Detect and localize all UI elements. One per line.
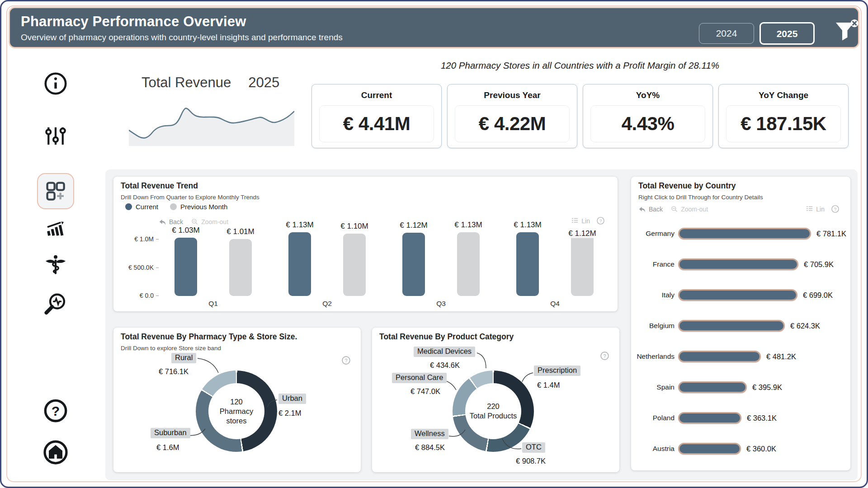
country-label: France (631, 260, 675, 268)
back-button[interactable]: Back (649, 206, 663, 213)
revenue-heading-text: Total Revenue (142, 75, 231, 90)
country-bar-germany[interactable] (678, 228, 811, 239)
svg-text:?: ? (834, 206, 837, 211)
country-subtitle: Right Click to Drill Through for Country… (638, 194, 763, 201)
country-bar-austria[interactable] (678, 443, 741, 455)
trend-bar-value: € 1.13M (453, 221, 483, 230)
country-value: € 781.1K (816, 230, 846, 238)
page-subtitle: Overview of pharmacy operations with cou… (21, 33, 343, 42)
country-help-icon: ? (831, 205, 840, 213)
caduceus-icon[interactable] (42, 252, 69, 279)
product-category-chart-card: Total Revenue By Product Category ? 220T… (372, 328, 619, 472)
country-label: Spain (631, 383, 675, 391)
summary-headline: 120 Pharmacy Stores in all Countries wit… (318, 60, 842, 71)
y-tick: € 0.0 (123, 292, 159, 299)
slice-label-personal-care: Personal Care (392, 373, 447, 383)
slice-value: € 1.6M (156, 443, 179, 452)
trend-bar-current-q4[interactable] (516, 232, 539, 296)
donutA-title: Total Revenue By Pharmacy Type & Store S… (121, 332, 297, 342)
trend-bar-previous-month-q4[interactable] (571, 233, 594, 296)
pharmacy_type_store_size-center-text: 120Pharmacystores (208, 383, 264, 439)
pharmacy-type-chart-card: Total Revenue By Pharmacy Type & Store S… (113, 328, 361, 472)
slice-value: € 716.1K (159, 367, 189, 376)
home-icon[interactable] (42, 439, 69, 466)
country-bar-france[interactable] (678, 258, 798, 270)
slice-value: € 747.0K (410, 387, 440, 396)
dashboard-page: Pharmacy Performance Overview Overview o… (0, 0, 868, 488)
donutA-help-icon[interactable]: ? (341, 356, 351, 365)
country-bar-belgium[interactable] (678, 320, 785, 332)
donutB-title: Total Revenue By Product Category (379, 332, 514, 342)
country-bar-netherlands[interactable] (678, 351, 761, 362)
trend-bar-current-q1[interactable] (175, 238, 197, 296)
country-bar-italy[interactable] (678, 289, 797, 301)
trend-bar-value: € 1.12M (567, 229, 597, 238)
x-category: Q4 (550, 300, 560, 308)
country-value: € 624.3K (790, 322, 820, 330)
revenue-heading-year: 2025 (248, 75, 279, 90)
country-value: € 395.9K (752, 383, 782, 392)
zoom-out-button[interactable]: Zoom-out (681, 206, 708, 213)
country-value: € 360.0K (746, 445, 776, 453)
slice-value: € 884.5K (415, 443, 445, 452)
kpi-card-previous-year: Previous Year € 4.22M (447, 84, 577, 148)
country-bar-poland[interactable] (678, 412, 741, 424)
country-row: Germany€ 781.1K (631, 218, 850, 249)
country-bar-spain[interactable] (678, 381, 747, 393)
country-toolbar-left[interactable]: Back Zoom-out (638, 206, 708, 213)
kpi-card-yoy-pct: YoY% 4.43% (583, 84, 713, 148)
kpi-label: Current (312, 90, 441, 100)
year-button-2025[interactable]: 2025 (760, 22, 815, 45)
grid-add-icon[interactable] (37, 173, 74, 209)
slice-value: € 2.1M (278, 409, 301, 418)
country-label: Italy (631, 291, 675, 299)
slice-label-suburban: Suburban (151, 428, 190, 438)
slice-value: € 1.4M (537, 381, 560, 389)
slice-label-wellness: Wellness (411, 429, 448, 439)
svg-text:?: ? (603, 353, 606, 359)
trend-chart-card: Total Revenue Trend Drill Down From Quar… (113, 177, 618, 311)
kpi-value: € 187.15K (741, 113, 826, 135)
kpi-label: YoY% (583, 90, 712, 100)
trend-bar-previous-month-q3[interactable] (457, 232, 480, 296)
donutA-subtitle: Drill Down to explore Store size band (121, 345, 221, 352)
country-row: Poland€ 363.1K (631, 403, 850, 433)
svg-text:?: ? (52, 404, 60, 418)
y-tick: € 500.0K (123, 264, 159, 271)
x-category: Q1 (208, 300, 218, 308)
bar-growth-icon[interactable] (42, 216, 69, 243)
country-label: Austria (631, 445, 675, 453)
country-label: Poland (631, 414, 675, 422)
lin-toggle[interactable]: Lin (816, 206, 825, 213)
trend-bar-value: € 1.12M (398, 221, 429, 230)
x-category: Q3 (436, 300, 446, 308)
slice-label-medical-devices: Medical Devices (414, 347, 475, 357)
trend-bar-previous-month-q2[interactable] (343, 234, 366, 296)
info-icon[interactable] (42, 70, 69, 97)
slice-label-otc: OTC (522, 442, 545, 453)
trend-bar-current-q3[interactable] (402, 233, 425, 296)
country-value: € 481.2K (766, 352, 796, 361)
country-toolbar-right[interactable]: Lin ? (806, 205, 840, 213)
trend-bar-value: € 1.13M (284, 221, 315, 230)
country-row: France€ 705.9K (631, 249, 850, 280)
svg-text:?: ? (344, 358, 347, 363)
x-category: Q2 (322, 300, 332, 308)
sliders-icon[interactable] (42, 122, 69, 150)
search-pulse-icon[interactable] (42, 291, 69, 318)
trend-bar-value: € 1.01M (225, 227, 255, 236)
country-chart-card: Total Revenue by Country Right Click to … (631, 177, 850, 470)
year-button-2024[interactable]: 2024 (699, 23, 754, 44)
kpi-card-yoy-change: YoY Change € 187.15K (718, 84, 849, 148)
trend-bar-value: € 1.03M (170, 226, 201, 235)
clear-filter-icon[interactable] (834, 18, 859, 43)
country-row: Austria€ 360.0K (631, 433, 850, 464)
trend-bar-current-q2[interactable] (288, 232, 311, 296)
help-icon[interactable]: ? (42, 397, 69, 424)
slice-label-rural: Rural (171, 353, 196, 363)
country-value: € 705.9K (804, 260, 834, 269)
country-title: Total Revenue by Country (638, 181, 736, 191)
trend-bar-previous-month-q1[interactable] (229, 239, 252, 296)
donutB-help-icon[interactable]: ? (600, 351, 609, 361)
slice-value: € 908.7K (516, 457, 546, 465)
